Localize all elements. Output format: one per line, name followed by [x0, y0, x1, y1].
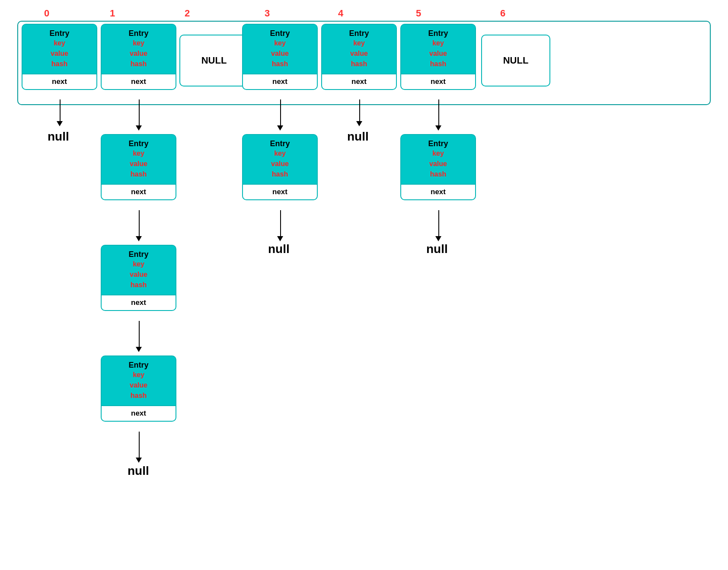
arrow-1-head — [136, 125, 142, 131]
entry-top-5-2: Entry key value hash — [401, 135, 475, 184]
arrow-1-2-head — [136, 236, 142, 241]
entry-field-value-4: value — [324, 48, 394, 59]
arrow-3-2-head — [277, 236, 283, 241]
entry-field-value-5: value — [403, 48, 473, 59]
entry-next-0: next — [22, 74, 96, 89]
entry-next-1-2: next — [102, 184, 176, 199]
entry-field-hash-5-2: hash — [403, 169, 473, 179]
arrow-1-4-head — [136, 458, 142, 463]
entry-field-hash-5: hash — [403, 59, 473, 69]
entry-next-5-2: next — [401, 184, 475, 199]
entry-field-hash-0: hash — [25, 59, 94, 69]
entry-field-key-1-3: key — [104, 259, 173, 269]
arrow-1-4-line — [139, 432, 140, 460]
arrow-1-3-line — [139, 321, 140, 349]
entry-field-key-3: key — [245, 38, 315, 48]
arrow-1-line — [139, 99, 140, 128]
entry-top-5: Entry key value hash — [401, 25, 475, 74]
index-6: 6 — [494, 8, 511, 19]
null-box-2: NULL — [179, 35, 249, 86]
null-label-2: NULL — [201, 55, 227, 66]
entry-field-value-3: value — [245, 48, 315, 59]
entry-field-key-5: key — [403, 38, 473, 48]
entry-next-3-2: next — [243, 184, 317, 199]
entry-box-5-2: Entry key value hash next — [400, 134, 476, 200]
entry-label-4: Entry — [324, 29, 394, 38]
entry-next-1: next — [102, 74, 176, 89]
arrow-0-line — [60, 99, 61, 123]
entry-top-1-4: Entry key value hash — [102, 356, 176, 405]
entry-box-3-2: Entry key value hash next — [242, 134, 318, 200]
entry-box-0: Entry key value hash next — [22, 24, 97, 90]
index-2: 2 — [179, 8, 196, 19]
entry-next-3: next — [243, 74, 317, 89]
entry-field-value-3-2: value — [245, 159, 315, 169]
entry-next-1-4: next — [102, 405, 176, 421]
null-text-4: null — [347, 130, 369, 144]
entry-label-3-2: Entry — [245, 139, 315, 148]
null-label-6: NULL — [503, 55, 529, 66]
entry-field-value-1-3: value — [104, 269, 173, 280]
null-text-3: null — [268, 242, 290, 256]
entry-field-value-1-4: value — [104, 380, 173, 391]
arrow-5-2-line — [438, 210, 439, 238]
entry-label-1-2: Entry — [104, 139, 173, 148]
entry-box-1-4: Entry key value hash next — [101, 355, 176, 422]
entry-field-hash-1-2: hash — [104, 169, 173, 179]
index-3: 3 — [259, 8, 276, 19]
entry-field-key-4: key — [324, 38, 394, 48]
null-text-5: null — [426, 242, 448, 256]
arrow-0-head — [57, 121, 63, 126]
index-4: 4 — [332, 8, 349, 19]
entry-next-1-3: next — [102, 295, 176, 310]
entry-next-5: next — [401, 74, 475, 89]
null-text-1: null — [128, 464, 149, 478]
entry-box-1-3: Entry key value hash next — [101, 245, 176, 311]
entry-field-hash-3: hash — [245, 59, 315, 69]
index-5: 5 — [410, 8, 427, 19]
entry-field-key-1-2: key — [104, 148, 173, 159]
entry-next-4: next — [322, 74, 396, 89]
arrow-4-line — [359, 99, 360, 123]
entry-field-value-1-2: value — [104, 159, 173, 169]
entry-field-key-0: key — [25, 38, 94, 48]
arrow-5-line — [438, 99, 439, 128]
entry-field-value-1: value — [104, 48, 173, 59]
entry-label-1: Entry — [104, 29, 173, 38]
null-text-0: null — [48, 130, 69, 144]
arrow-1-3-head — [136, 347, 142, 352]
entry-field-hash-1: hash — [104, 59, 173, 69]
entry-top-1: Entry key value hash — [102, 25, 176, 74]
entry-box-4: Entry key value hash next — [321, 24, 397, 90]
null-box-6: NULL — [481, 35, 550, 86]
entry-label-0: Entry — [25, 29, 94, 38]
arrow-3-line — [280, 99, 281, 128]
arrow-3-2-line — [280, 210, 281, 238]
entry-box-5: Entry key value hash next — [400, 24, 476, 90]
entry-field-key-1: key — [104, 38, 173, 48]
entry-box-3: Entry key value hash next — [242, 24, 318, 90]
entry-top-1-3: Entry key value hash — [102, 246, 176, 295]
diagram: 0 1 2 3 4 5 6 Entry key value hash next … — [0, 0, 728, 570]
entry-field-key-1-4: key — [104, 370, 173, 380]
entry-label-5-2: Entry — [403, 139, 473, 148]
arrow-5-head — [435, 125, 441, 131]
index-1: 1 — [104, 8, 121, 19]
entry-field-hash-4: hash — [324, 59, 394, 69]
index-0: 0 — [38, 8, 55, 19]
arrow-4-head — [356, 121, 362, 126]
entry-top-3-2: Entry key value hash — [243, 135, 317, 184]
entry-top-4: Entry key value hash — [322, 25, 396, 74]
entry-label-3: Entry — [245, 29, 315, 38]
entry-field-key-5-2: key — [403, 148, 473, 159]
arrow-1-2-line — [139, 210, 140, 238]
entry-box-1: Entry key value hash next — [101, 24, 176, 90]
entry-field-hash-1-3: hash — [104, 280, 173, 290]
entry-top-0: Entry key value hash — [22, 25, 96, 74]
entry-top-1-2: Entry key value hash — [102, 135, 176, 184]
entry-field-value-0: value — [25, 48, 94, 59]
entry-label-1-3: Entry — [104, 250, 173, 259]
entry-box-1-2: Entry key value hash next — [101, 134, 176, 200]
entry-field-hash-3-2: hash — [245, 169, 315, 179]
entry-label-5: Entry — [403, 29, 473, 38]
